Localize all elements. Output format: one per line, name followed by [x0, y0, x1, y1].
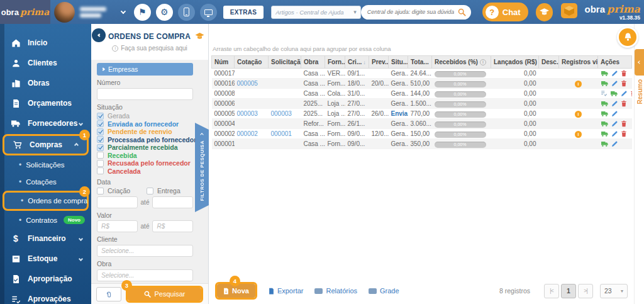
settings-button[interactable]: ⚙ [156, 4, 173, 21]
col-solicitacao[interactable]: Solicitação [269, 56, 301, 69]
cotacao-link[interactable]: 000003 [237, 110, 258, 117]
col-registros-vinculados[interactable]: Registros vin... [559, 56, 598, 69]
cliente-select[interactable] [97, 245, 193, 257]
situacao-option-parcialmente[interactable]: Parcialmente recebida [97, 144, 193, 152]
help-search-input[interactable] [366, 8, 455, 16]
edit-pencil-icon[interactable] [621, 90, 628, 97]
situacao-option-cancelada[interactable]: Cancelada [97, 167, 193, 176]
edit-pencil-icon[interactable] [611, 140, 618, 147]
receive-truck-icon[interactable] [601, 130, 609, 137]
linked-records-indicator[interactable]: i [575, 81, 582, 87]
checkbox-checked[interactable] [97, 128, 104, 135]
grade-button[interactable]: Grade [369, 287, 399, 295]
filtros-pesquisa-tab[interactable]: FILTROS DE PESQUISA [195, 123, 209, 212]
relatorios-button[interactable]: Relatórios [314, 287, 357, 295]
situacao-option-recebida[interactable]: Recebida [97, 152, 193, 160]
col-num[interactable]: Núm [212, 56, 235, 69]
data-inicio-input[interactable] [97, 196, 138, 208]
linked-records-indicator[interactable]: i [575, 131, 582, 138]
checkbox-checked[interactable] [97, 136, 104, 143]
sidebar-item-orcamentos[interactable]: Orçamentos [0, 93, 91, 113]
col-fornecedor[interactable]: Forn... [325, 56, 345, 69]
edit-pencil-icon[interactable] [611, 130, 618, 137]
entrega-checkbox[interactable]: Entrega [147, 187, 193, 194]
checkbox-unchecked[interactable] [147, 188, 153, 194]
checkbox-checked[interactable] [97, 120, 104, 127]
solicitacao-link[interactable]: 000003 [271, 110, 292, 117]
last-page-button[interactable]: >| [578, 284, 593, 298]
checkbox-unchecked[interactable] [97, 188, 104, 194]
checklist-icon[interactable] [601, 90, 608, 97]
valor-max-input[interactable] [152, 220, 193, 232]
valor-min-input[interactable] [97, 220, 138, 232]
chat-button[interactable]: ? Chat [482, 3, 528, 21]
receive-truck-icon[interactable] [601, 110, 609, 117]
situacao-option-enviada[interactable]: Enviada ao fornecedor [97, 120, 193, 128]
edit-pencil-icon[interactable] [611, 70, 618, 77]
mobile-button[interactable] [178, 4, 195, 21]
checkbox-unchecked[interactable] [97, 152, 104, 159]
help-topic-dropdown[interactable]: Artigos - Central de Ajuda ▾ [271, 6, 360, 19]
sidebar-item-cotacoes[interactable]: • Cotações [0, 173, 91, 190]
col-situacao[interactable]: Situ... [389, 56, 408, 69]
col-cotacao[interactable]: Cotação [235, 56, 269, 69]
situacao-option-processada[interactable]: Processada pelo fornecedor [97, 136, 193, 144]
col-recebidos[interactable]: Recebidos (%)i [432, 56, 491, 69]
page-size-dropdown[interactable]: 23 ▾ [600, 284, 628, 298]
solicitacao-link[interactable]: 000001 [271, 130, 292, 137]
delete-trash-icon[interactable] [621, 80, 627, 87]
user-avatar[interactable] [54, 2, 75, 23]
sidebar-item-estoque[interactable]: Estoque [0, 249, 91, 269]
situacao-option-gerada[interactable]: Gerada [97, 112, 193, 120]
sidebar-item-fornecedores[interactable]: Fornecedores [0, 113, 91, 133]
sidebar-item-clientes[interactable]: Clientes [0, 53, 91, 73]
notifications-bell-button[interactable] [617, 26, 638, 48]
table-row[interactable]: 000001 Casa ...Forn...09/0... Gera...350… [212, 139, 632, 149]
criacao-checkbox[interactable]: Criação [97, 187, 143, 194]
linked-records-indicator[interactable]: i [575, 111, 582, 118]
table-row[interactable]: 000004 Refor...Forn...26/1... Gera...3.0… [212, 119, 632, 129]
pesquisar-button[interactable]: Pesquisar [128, 288, 201, 301]
table-row[interactable]: 000016000005 Casa ...Forn...18/0... 20/0… [212, 79, 632, 89]
sidebar-item-obras[interactable]: Obras [0, 73, 91, 93]
table-row[interactable]: 000017 Casa ...VER...09/1... Gera...24.6… [212, 69, 632, 79]
edit-pencil-icon[interactable] [611, 120, 618, 127]
checkbox-checked[interactable] [97, 113, 104, 120]
empresas-button[interactable]: Empresas [97, 63, 193, 76]
academy-button[interactable] [536, 3, 553, 21]
search-icon[interactable] [458, 8, 466, 16]
resumo-expand-tab[interactable] [635, 49, 644, 76]
delete-trash-icon[interactable] [621, 130, 627, 137]
table-row[interactable]: 000008 Casa ...Cola...31/0... Gera...144… [212, 89, 632, 99]
table-row[interactable]: 000005000003 000003 2025...Loja ...27/0.… [212, 109, 632, 119]
numero-input[interactable] [97, 88, 193, 100]
obra-select[interactable] [97, 269, 193, 281]
col-previsao[interactable]: Prev... [369, 56, 389, 69]
col-criacao[interactable]: Cri...↓ [345, 56, 369, 69]
delete-trash-icon[interactable] [621, 100, 627, 107]
extras-button[interactable]: EXTRAS [223, 6, 264, 19]
checkbox-unchecked[interactable] [97, 160, 104, 167]
col-desconto[interactable]: Desc. [539, 56, 559, 69]
checkbox-checked[interactable] [97, 144, 104, 151]
situacao-option-pendente[interactable]: Pendente de reenvio [97, 128, 193, 136]
chevron-down-icon[interactable] [121, 8, 126, 13]
sidebar-item-financeiro[interactable]: $ Financeiro [0, 228, 91, 249]
situacao-option-recusada[interactable]: Recusada pelo fornecedor [97, 159, 193, 167]
sidebar-item-inicio[interactable]: Início [0, 33, 91, 53]
receive-truck-icon[interactable] [601, 140, 609, 147]
edit-pencil-icon[interactable] [611, 110, 618, 117]
sidebar-item-ordens-de-compra[interactable]: • Ordens de compra [4, 193, 87, 209]
exportar-button[interactable]: Exportar [269, 287, 304, 295]
sidebar-item-aprovacoes[interactable]: Aprovações [0, 289, 91, 304]
receive-truck-icon[interactable] [610, 90, 618, 97]
col-total[interactable]: Tota... [408, 56, 432, 69]
cotacao-link[interactable]: 000002 [237, 130, 258, 137]
first-page-button[interactable]: |< [544, 284, 559, 298]
edit-pencil-icon[interactable] [611, 100, 618, 107]
cotacao-link[interactable]: 000005 [237, 80, 258, 87]
graduation-cap-icon[interactable] [194, 32, 205, 41]
attachment-filter-button[interactable] [96, 287, 121, 301]
delete-trash-icon[interactable] [630, 90, 632, 97]
delete-trash-icon[interactable] [621, 70, 627, 77]
